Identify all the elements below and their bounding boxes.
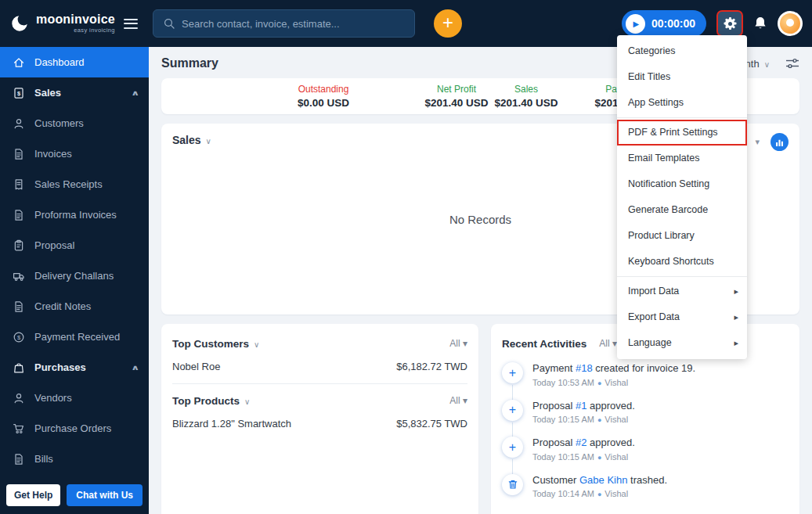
settings-menu: CategoriesEdit TitlesApp SettingsPDF & P… xyxy=(617,35,747,359)
get-help-button[interactable]: Get Help xyxy=(6,484,60,506)
stat-net-profit: Net Profit$201.40 USD xyxy=(424,84,488,110)
sidebar-item-delivery-challans[interactable]: Delivery Challans xyxy=(0,261,149,291)
activity-meta: Today 10:14 AM●Vishal xyxy=(532,489,667,498)
timer-button[interactable]: ▶ 00:00:00 xyxy=(622,10,706,37)
menu-item-import-data[interactable]: Import Data▸ xyxy=(617,279,747,304)
menu-item-product-library[interactable]: Product Library xyxy=(617,223,747,249)
activity-item: Customer Gabe Kihn trashed.Today 10:14 A… xyxy=(502,469,789,506)
add-new-button[interactable]: + xyxy=(434,9,462,38)
search-bar[interactable] xyxy=(153,9,415,38)
topbar-right: ▶ 00:00:00 xyxy=(622,10,812,37)
chevron-up-icon: ∧ xyxy=(131,364,139,372)
top-products-section: Top Products∨ All ▾ Blizzard 1.28" Smart… xyxy=(172,390,467,436)
sidebar-item-proforma-invoices[interactable]: Proforma Invoices xyxy=(0,199,149,230)
sidebar-item-payment-received[interactable]: $Payment Received xyxy=(0,322,149,352)
top-customers-section: Top Customers∨ All ▾ Nobel Roe$6,182.72 … xyxy=(172,333,467,379)
menu-item-label: App Settings xyxy=(628,97,684,108)
sidebar-item-label: Credit Notes xyxy=(34,300,91,312)
menu-item-generate-barcode[interactable]: Generate Barcode xyxy=(617,197,747,223)
doc-icon xyxy=(13,148,25,160)
menu-item-keyboard-shortcuts[interactable]: Keyboard Shortcuts xyxy=(617,249,747,275)
menu-item-label: Notification Setting xyxy=(628,178,709,189)
menu-item-label: Email Templates xyxy=(628,153,699,164)
sales-chart-title[interactable]: Sales∨ xyxy=(172,133,211,146)
sidebar-item-label: Sales Receipts xyxy=(34,178,103,190)
top-products-filter[interactable]: All ▾ xyxy=(449,395,467,406)
activity-icon[interactable]: + xyxy=(502,437,523,458)
sidebar-item-label: Sales xyxy=(34,87,61,99)
menu-item-export-data[interactable]: Export Data▸ xyxy=(617,304,747,330)
stat-value: $201.40 USD xyxy=(424,97,488,110)
stat-value: $0.00 USD xyxy=(298,97,349,110)
sidebar-item-label: Customers xyxy=(34,117,84,129)
activity-icon[interactable]: + xyxy=(502,362,523,383)
timer-value: 00:00:00 xyxy=(651,17,695,30)
sidebar-item-bills[interactable]: Bills xyxy=(0,444,149,474)
play-icon: ▶ xyxy=(626,14,645,34)
activity-item: +Proposal #1 approved.Today 10:15 AM●Vis… xyxy=(502,394,789,432)
menu-item-label: Generate Barcode xyxy=(628,204,708,215)
activity-icon[interactable] xyxy=(502,474,523,495)
menu-item-language[interactable]: Language▸ xyxy=(617,330,747,356)
sidebar-item-dashboard[interactable]: Dashboard xyxy=(0,47,149,77)
chevron-down-icon: ∨ xyxy=(764,60,770,69)
filter-icon[interactable] xyxy=(785,58,799,69)
activity-text: Customer Gabe Kihn trashed. xyxy=(532,474,667,487)
user-avatar[interactable] xyxy=(778,11,803,36)
sidebar-item-sales-receipts[interactable]: Sales Receipts xyxy=(0,169,149,199)
submenu-arrow-icon: ▸ xyxy=(734,304,738,330)
activity-text: Proposal #1 approved. xyxy=(532,400,635,412)
sidebar-item-credit-notes[interactable]: Credit Notes xyxy=(0,291,149,322)
activity-meta: Today 10:15 AM●Vishal xyxy=(532,415,635,424)
caret-down-icon[interactable]: ▾ xyxy=(755,137,760,147)
top-customers-title[interactable]: Top Customers∨ xyxy=(172,336,259,350)
menu-item-label: Export Data xyxy=(628,311,680,322)
activity-icon[interactable]: + xyxy=(502,400,523,421)
search-input[interactable] xyxy=(182,18,405,30)
top-products-title[interactable]: Top Products∨ xyxy=(172,394,250,408)
top-customers-filter[interactable]: All ▾ xyxy=(449,338,467,349)
bar-chart-icon xyxy=(774,138,785,147)
sidebar-item-sales[interactable]: $Sales∧ xyxy=(0,77,149,108)
clipboard-icon xyxy=(13,239,25,252)
chevron-down-icon: ∨ xyxy=(206,137,211,146)
sidebar-item-label: Vendors xyxy=(34,392,72,404)
hamburger-menu-icon[interactable] xyxy=(124,19,138,29)
stat-label: Outstanding xyxy=(298,84,349,95)
sidebar-item-label: Dashboard xyxy=(34,56,85,68)
sidebar-item-customers[interactable]: Customers xyxy=(0,108,149,138)
notifications-bell-icon[interactable] xyxy=(753,16,767,31)
activity-link[interactable]: Gabe Kihn xyxy=(579,474,627,486)
menu-item-categories[interactable]: Categories xyxy=(617,38,747,64)
sidebar-item-label: Payment Received xyxy=(34,331,120,343)
activity-link[interactable]: #1 xyxy=(576,400,586,412)
chat-with-us-button[interactable]: Chat with Us xyxy=(67,484,143,506)
menu-item-email-templates[interactable]: Email Templates xyxy=(617,146,747,171)
activity-link[interactable]: #18 xyxy=(576,362,593,374)
menu-item-app-settings[interactable]: App Settings xyxy=(617,90,747,116)
brand: mooninvoice easy invoicing xyxy=(0,13,149,34)
sidebar-item-purchases[interactable]: Purchases∧ xyxy=(0,352,149,383)
sidebar-nav: Dashboard$Sales∧CustomersInvoicesSales R… xyxy=(0,47,149,474)
sidebar-item-proposal[interactable]: Proposal xyxy=(0,230,149,261)
stat-value: $201.40 USD xyxy=(494,97,558,110)
recent-activities-filter[interactable]: All ▾ xyxy=(599,338,617,349)
chevron-up-icon: ∧ xyxy=(131,89,139,97)
menu-item-label: Edit Titles xyxy=(628,71,670,82)
sidebar-item-vendors[interactable]: Vendors xyxy=(0,383,149,413)
menu-item-pdf-print-settings[interactable]: PDF & Print Settings xyxy=(617,120,747,146)
menu-item-label: Language xyxy=(628,337,672,348)
activity-user: Vishal xyxy=(604,489,628,498)
sidebar-item-purchase-orders[interactable]: Purchase Orders xyxy=(0,413,149,444)
chart-type-button[interactable] xyxy=(770,133,789,151)
sidebar-item-label: Proforma Invoices xyxy=(34,209,117,221)
sidebar-item-invoices[interactable]: Invoices xyxy=(0,138,149,169)
sidebar-item-label: Delivery Challans xyxy=(34,270,114,282)
activity-link[interactable]: #2 xyxy=(576,437,586,448)
settings-gear-button[interactable] xyxy=(716,10,743,37)
menu-item-notification-setting[interactable]: Notification Setting xyxy=(617,171,747,197)
sidebar-footer: Get Help Chat with Us xyxy=(0,478,149,514)
submenu-arrow-icon: ▸ xyxy=(734,330,738,356)
menu-item-edit-titles[interactable]: Edit Titles xyxy=(617,64,747,90)
menu-item-label: Product Library xyxy=(628,230,695,241)
